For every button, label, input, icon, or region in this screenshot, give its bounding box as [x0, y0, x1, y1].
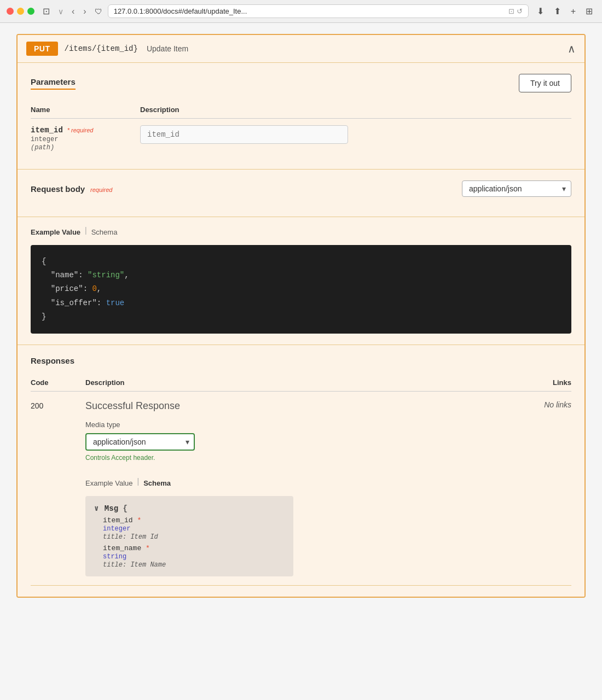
schema-field-type-item-name: string — [103, 553, 126, 561]
col-header-links: Links — [506, 378, 571, 387]
col-header-name: Name — [31, 101, 140, 119]
response-example-tabs: Example Value | Schema — [85, 468, 506, 489]
schema-field-required-item-id: * — [137, 516, 141, 524]
schema-field-required-item-name: * — [146, 544, 150, 552]
page-container: PUT /items/{item_id} Update Item ∧ Param… — [0, 23, 602, 700]
share-icon[interactable]: ⬆ — [551, 5, 564, 18]
code-block: { "name": "string", "price": 0, "is_offe… — [31, 245, 571, 334]
content-type-select[interactable]: application/json — [462, 180, 571, 197]
parameters-section: Parameters Try it out Name Description i… — [18, 63, 584, 169]
request-body-title: Request body — [31, 184, 85, 194]
section-header: Parameters Try it out — [31, 74, 571, 92]
request-body-section: Request body required application/json — [18, 169, 584, 217]
reader-mode-icon: ⊡ ↺ — [508, 7, 523, 15]
param-location: (path) — [31, 144, 140, 151]
responses-table-header: Code Description Links — [31, 374, 571, 392]
media-type-select[interactable]: application/json — [85, 433, 195, 451]
new-tab-icon[interactable]: + — [568, 5, 578, 18]
browser-chrome: ⊡ ∨ ‹ › 🛡 127.0.0.1:8000/docs#/default/u… — [0, 0, 602, 23]
traffic-lights — [7, 8, 34, 15]
fullscreen-button[interactable] — [27, 8, 34, 15]
schema-field-name-item-name: item_name — [103, 544, 141, 552]
browser-actions: ⬇ ⬆ + ⊞ — [534, 5, 595, 18]
request-body-required-label: required — [90, 186, 112, 193]
collapse-button[interactable]: ∧ — [568, 42, 576, 55]
sidebar-toggle-button[interactable]: ⊡ — [40, 5, 53, 18]
params-table: Name Description item_id * required inte… — [31, 101, 571, 158]
tab-separator: | — [85, 226, 87, 238]
table-row: item_id * required integer (path) — [31, 119, 571, 159]
schema-field-name-item-id: item_id — [103, 516, 133, 524]
response-row-200: 200 Successful Response Media type appli… — [31, 392, 571, 586]
responses-section: Responses Code Description Links 200 Suc… — [18, 345, 584, 597]
response-code-200: 200 — [31, 400, 85, 410]
param-name: item_id — [31, 126, 63, 135]
minimize-button[interactable] — [17, 8, 24, 15]
request-body-header: Request body required application/json — [31, 180, 571, 197]
schema-field-type-item-id: integer — [103, 525, 130, 533]
example-section: Example Value | Schema { "name": "string… — [18, 217, 584, 345]
response-desc-title: Successful Response — [85, 400, 506, 412]
endpoint-header: PUT /items/{item_id} Update Item ∧ — [18, 35, 584, 63]
response-schema-tab[interactable]: Schema — [143, 477, 171, 489]
endpoint-card: PUT /items/{item_id} Update Item ∧ Param… — [16, 34, 586, 598]
browser-nav: ‹ › — [69, 5, 89, 18]
chevron-down-icon: ∨ — [58, 7, 63, 16]
response-description-200: Successful Response Media type applicati… — [85, 400, 506, 576]
schema-field-title-item-name: title: Item Name — [103, 561, 166, 569]
schema-field-item-name: item_name * string title: Item Name — [94, 544, 285, 569]
item-id-input[interactable] — [140, 125, 348, 144]
extensions-icon[interactable]: ⊞ — [583, 5, 595, 18]
address-bar[interactable]: 127.0.0.1:8000/docs#/default/update_Ite.… — [108, 4, 529, 18]
schema-model-name: Msg — [105, 504, 118, 513]
col-header-description: Description — [85, 378, 506, 387]
try-it-out-button[interactable]: Try it out — [519, 74, 571, 92]
responses-title: Responses — [31, 356, 571, 365]
media-type-select-wrapper: application/json — [85, 433, 195, 451]
schema-field-title-item-id: title: Item Id — [103, 533, 158, 541]
response-tab-separator: | — [137, 477, 139, 489]
schema-block: ∨ Msg { item_id * integer — [85, 496, 293, 576]
parameters-title: Parameters — [31, 77, 76, 90]
param-type: integer — [31, 136, 140, 143]
code-line-1: { — [42, 255, 560, 269]
download-icon[interactable]: ⬇ — [534, 5, 547, 18]
code-line-2: "name": "string", — [42, 269, 560, 282]
schema-tab[interactable]: Schema — [91, 226, 118, 238]
required-badge: * required — [67, 127, 94, 133]
method-badge: PUT — [26, 42, 58, 56]
example-tabs: Example Value | Schema — [31, 217, 571, 238]
close-button[interactable] — [7, 8, 14, 15]
code-line-4: "is_offer": true — [42, 296, 560, 310]
code-line-3: "price": 0, — [42, 282, 560, 296]
content-type-wrapper: application/json — [462, 180, 571, 197]
media-type-label: Media type — [85, 421, 506, 429]
forward-button[interactable]: › — [80, 5, 89, 18]
code-line-5: } — [42, 310, 560, 324]
schema-field-item-id: item_id * integer title: Item Id — [94, 516, 285, 541]
responses-table: Code Description Links 200 Successful Re… — [31, 374, 571, 586]
response-links-200: No links — [506, 400, 571, 409]
endpoint-path: /items/{item_id} — [65, 44, 138, 53]
example-value-tab[interactable]: Example Value — [31, 226, 80, 238]
controls-hint: Controls Accept header. — [85, 454, 506, 462]
back-button[interactable]: ‹ — [69, 5, 77, 18]
col-header-code: Code — [31, 378, 85, 387]
endpoint-summary: Update Item — [147, 44, 188, 53]
url-text: 127.0.0.1:8000/docs#/default/update_Ite.… — [114, 7, 247, 15]
col-header-description: Description — [140, 101, 571, 119]
shield-icon: 🛡 — [95, 7, 102, 16]
response-example-value-tab[interactable]: Example Value — [85, 477, 132, 489]
schema-toggle[interactable]: ∨ — [94, 504, 99, 513]
